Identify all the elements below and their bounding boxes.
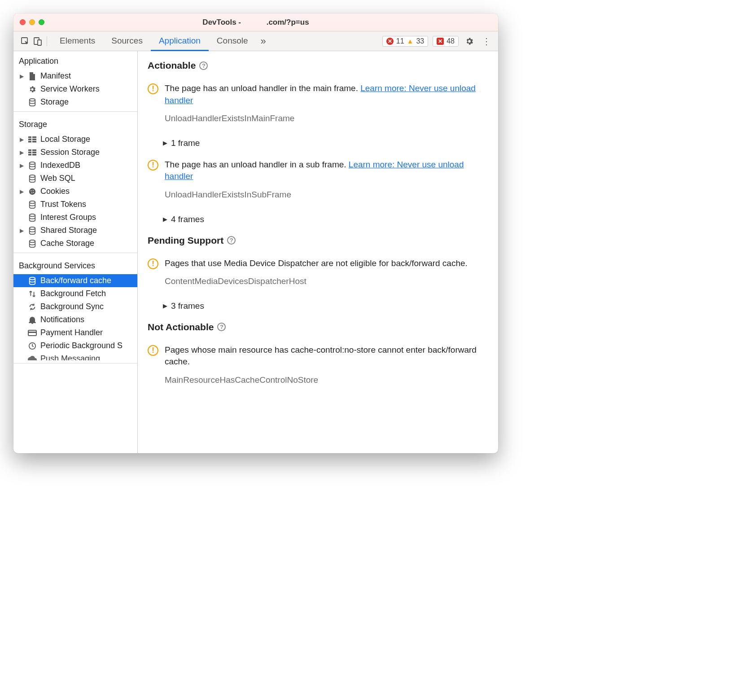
warning-circle-icon: !	[148, 160, 158, 171]
updown-icon	[28, 289, 37, 298]
sidebar-item-periodic-background-sync[interactable]: ▶Periodic Background S	[13, 339, 137, 352]
svg-rect-7	[32, 139, 36, 140]
sidebar-item-label: Back/forward cache	[40, 276, 111, 285]
frames-label: 3 frames	[171, 301, 204, 311]
svg-point-21	[31, 192, 32, 193]
issue-row: !Pages whose main resource has cache-con…	[148, 344, 488, 386]
sidebar-item-label: Shared Storage	[40, 226, 97, 235]
sidebar-item-service-workers[interactable]: ▶Service Workers	[13, 83, 137, 96]
sidebar-item-push-messaging[interactable]: ▶Push Messaging	[13, 352, 137, 360]
frames-toggle[interactable]: ▶4 frames	[163, 214, 488, 224]
sidebar-item-notifications[interactable]: ▶Notifications	[13, 313, 137, 326]
db-icon	[28, 239, 37, 248]
chevron-right-icon: ▶	[19, 136, 24, 143]
section-heading: Pending Support?	[148, 235, 488, 246]
more-tabs-icon[interactable]: »	[256, 31, 271, 51]
svg-rect-6	[28, 139, 31, 140]
sidebar-item-label: Background Sync	[40, 302, 104, 311]
main-panel: Actionable?!The page has an unload handl…	[138, 51, 498, 453]
sidebar-item-shared-storage[interactable]: ▶Shared Storage	[13, 224, 137, 237]
console-status-button[interactable]: ✕ 11 ▲ 33	[382, 36, 428, 47]
svg-point-3	[30, 98, 35, 101]
divider	[13, 253, 137, 253]
tab-application[interactable]: Application	[151, 32, 209, 51]
window-title: DevTools - .com/?p=us	[13, 18, 498, 27]
frames-toggle[interactable]: ▶1 frame	[163, 138, 488, 148]
sidebar-item-indexeddb[interactable]: ▶IndexedDB	[13, 159, 137, 172]
device-toolbar-icon[interactable]	[31, 35, 44, 48]
sidebar-item-label: Trust Tokens	[40, 200, 86, 209]
sidebar-item-payment-handler[interactable]: ▶Payment Handler	[13, 326, 137, 339]
svg-rect-9	[32, 141, 36, 143]
chevron-right-icon: ▶	[19, 228, 24, 234]
sidebar-item-background-sync[interactable]: ▶Background Sync	[13, 300, 137, 313]
sidebar-item-label: Session Storage	[40, 148, 100, 157]
sidebar-item-session-storage[interactable]: ▶Session Storage	[13, 146, 137, 159]
chevron-right-icon: ▶	[19, 149, 24, 156]
issue-row: !The page has an unload handler in a sub…	[148, 159, 488, 201]
sidebar-item-cookies[interactable]: ▶Cookies	[13, 185, 137, 198]
sidebar-item-back-forward-cache[interactable]: ▶Back/forward cache	[13, 274, 137, 287]
sidebar-item-label: Payment Handler	[40, 328, 103, 337]
settings-icon[interactable]	[463, 37, 476, 46]
section-title: Not Actionable	[148, 322, 214, 332]
svg-point-16	[30, 162, 35, 164]
issue-message-text: Pages whose main resource has cache-cont…	[165, 345, 477, 367]
clock-icon	[28, 341, 37, 350]
warning-circle-icon: !	[148, 345, 158, 356]
help-icon[interactable]: ?	[227, 236, 236, 245]
sidebar-item-trust-tokens[interactable]: ▶Trust Tokens	[13, 198, 137, 211]
sidebar-item-manifest[interactable]: ▶Manifest	[13, 70, 137, 83]
tab-sources[interactable]: Sources	[103, 32, 151, 51]
tabs: Elements Sources Application Console »	[52, 31, 271, 51]
divider	[13, 363, 137, 363]
help-icon[interactable]: ?	[217, 323, 226, 331]
svg-rect-15	[32, 154, 36, 156]
sidebar-section-label: Background Services	[13, 256, 137, 274]
sidebar-section-label: Application	[13, 51, 137, 70]
frames-toggle[interactable]: ▶3 frames	[163, 301, 488, 311]
kebab-menu-icon[interactable]: ⋮	[480, 36, 493, 47]
inspect-element-icon[interactable]	[19, 35, 31, 48]
divider	[47, 36, 47, 46]
svg-point-25	[30, 227, 35, 229]
grid-icon	[28, 135, 37, 144]
sidebar-item-cache-storage[interactable]: ▶Cache Storage	[13, 237, 137, 250]
issues-button[interactable]: ✕ 48	[433, 36, 459, 47]
chevron-right-icon: ▶	[19, 188, 24, 195]
sidebar-item-storage[interactable]: ▶Storage	[13, 96, 137, 109]
error-count: 11	[396, 37, 404, 45]
svg-point-18	[29, 188, 35, 194]
sidebar-item-local-storage[interactable]: ▶Local Storage	[13, 133, 137, 146]
issue-message: The page has an unload handler in the ma…	[165, 83, 488, 106]
issue-message-text: Pages that use Media Device Dispatcher a…	[165, 258, 468, 268]
issue-code: MainResourceHasCacheControlNoStore	[165, 374, 488, 386]
svg-rect-5	[32, 136, 36, 138]
issue-body: Pages whose main resource has cache-cont…	[165, 344, 488, 386]
sidebar-item-web-sql[interactable]: ▶Web SQL	[13, 172, 137, 185]
sidebar-item-label: Local Storage	[40, 135, 90, 144]
issue-row: !The page has an unload handler in the m…	[148, 83, 488, 125]
issue-message: Pages whose main resource has cache-cont…	[165, 344, 488, 368]
sync-icon	[28, 302, 37, 311]
sidebar-item-background-fetch[interactable]: ▶Background Fetch	[13, 287, 137, 300]
warning-circle-icon: !	[148, 258, 158, 269]
tab-elements[interactable]: Elements	[52, 32, 103, 51]
sidebar-item-label: Cookies	[40, 187, 70, 196]
sidebar-item-label: Background Fetch	[40, 289, 106, 298]
svg-point-17	[30, 175, 35, 177]
svg-rect-4	[28, 136, 31, 138]
chevron-right-icon: ▶	[19, 73, 24, 79]
divider	[13, 111, 137, 112]
db-icon	[28, 98, 37, 107]
cloud-icon	[28, 354, 37, 360]
help-icon[interactable]: ?	[199, 61, 208, 70]
issue-message-text: The page has an unload handler in a sub …	[165, 160, 349, 169]
titlebar: DevTools - .com/?p=us	[13, 13, 498, 31]
section-title: Actionable	[148, 60, 196, 71]
db-icon	[28, 161, 37, 170]
svg-rect-13	[32, 152, 36, 153]
sidebar-item-interest-groups[interactable]: ▶Interest Groups	[13, 211, 137, 224]
tab-console[interactable]: Console	[209, 32, 256, 51]
sidebar-item-label: Notifications	[40, 315, 84, 324]
